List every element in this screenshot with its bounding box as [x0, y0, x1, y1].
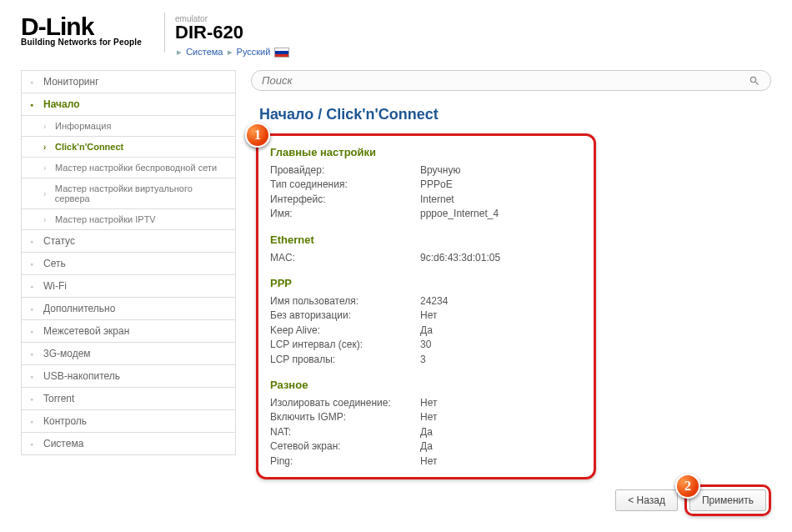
row-label: Тип соединения: — [270, 178, 420, 192]
breadcrumb: Начало / Click'n'Connect — [251, 106, 771, 123]
bullet-icon: ● — [30, 441, 37, 447]
section-title: PPP — [270, 277, 582, 289]
section-misc: Разное Изолировать соединение:НетВключит… — [270, 379, 582, 469]
sidebar-item[interactable]: ●Дополнительно — [21, 298, 236, 320]
system-link[interactable]: Система — [186, 47, 223, 57]
row-value: Нет — [420, 410, 582, 424]
sidebar-item-label: Контроль — [43, 415, 87, 427]
row-label: Keep Alive: — [270, 324, 420, 338]
sidebar-item-label: Информация — [55, 121, 111, 131]
row-value: PPPoE — [420, 178, 582, 192]
sidebar-item-label: USB-накопитель — [43, 370, 120, 382]
sidebar-subitem[interactable]: ›Информация — [21, 116, 236, 137]
header-info: emulator DIR-620 ▸ Система ▸ Русский — [175, 13, 289, 58]
chevron-right-icon: › — [43, 122, 50, 131]
sidebar-item[interactable]: ●Сеть — [21, 253, 236, 275]
row-label: LCP интервал (сек): — [270, 338, 420, 352]
footer-buttons: < Назад 2 Применить — [615, 484, 771, 516]
sidebar-item[interactable]: ●Контроль — [21, 410, 236, 433]
row-value: 24234 — [420, 294, 582, 309]
settings-row: Без авторизации:Нет — [270, 309, 582, 323]
sidebar-subitem[interactable]: ›Мастер настройки виртуального сервера — [21, 178, 236, 209]
section-ethernet: Ethernet MAC:9c:d6:43:3d:01:05 — [270, 233, 582, 265]
settings-row: Включить IGMP:Нет — [270, 410, 582, 424]
sidebar-item[interactable]: ●Wi-Fi — [21, 275, 236, 298]
section-title: Ethernet — [270, 233, 582, 246]
sidebar-item-label: Начало — [43, 98, 79, 110]
sidebar-item-label: Torrent — [43, 393, 74, 404]
search-input[interactable] — [262, 74, 749, 87]
row-value: Internet — [420, 193, 582, 207]
settings-row: NAT:Да — [270, 425, 582, 439]
bullet-icon: ● — [30, 79, 37, 85]
sidebar-item[interactable]: ●Статус — [21, 230, 236, 253]
chevron-right-icon: › — [43, 215, 50, 224]
row-label: Без авторизации: — [270, 309, 420, 323]
sidebar-item[interactable]: ●Начало — [21, 93, 236, 116]
apply-button[interactable]: Применить — [689, 489, 766, 511]
row-label: MAC: — [270, 251, 420, 265]
section-title: Главные настройки — [270, 146, 582, 158]
sidebar-item[interactable]: ●Система — [21, 433, 236, 455]
row-value: Да — [420, 324, 582, 338]
chevron-right-icon: ▸ — [228, 47, 233, 57]
sidebar-item-label: Дополнительно — [43, 303, 115, 314]
sidebar-subitem[interactable]: ›Мастер настройки беспроводной сети — [21, 158, 236, 178]
row-label: NAT: — [270, 425, 420, 439]
sidebar-item[interactable]: ●USB-накопитель — [21, 365, 236, 388]
sidebar-item-label: Click'n'Connect — [55, 142, 123, 152]
sidebar-subitem[interactable]: ›Мастер настройки IPTV — [21, 209, 236, 230]
callout-badge-1: 1 — [245, 123, 270, 148]
settings-row: Изолировать соединение:Нет — [270, 396, 582, 410]
sidebar-item-label: Мониторинг — [43, 76, 99, 88]
bullet-icon: ● — [30, 396, 37, 402]
main-content: Начало / Click'n'Connect 1 Главные настр… — [251, 70, 771, 487]
settings-row: Интерфейс:Internet — [270, 193, 582, 207]
sidebar-item[interactable]: ●Межсетевой экран — [21, 320, 236, 343]
row-value: Нет — [420, 396, 582, 410]
row-label: Изолировать соединение: — [270, 396, 420, 410]
row-value: pppoe_Internet_4 — [420, 207, 582, 221]
settings-row: Keep Alive:Да — [270, 324, 582, 338]
row-label: Имя пользователя: — [270, 294, 420, 309]
row-label: Сетевой экран: — [270, 439, 420, 454]
row-label: Интерфейс: — [270, 193, 420, 207]
row-value: Да — [420, 439, 582, 454]
row-label: Ping: — [270, 454, 420, 469]
row-label: Имя: — [270, 207, 420, 221]
sidebar-item-label: Мастер настройки виртуального сервера — [55, 183, 227, 203]
section-main: Главные настройки Провайдер:ВручнуюТип с… — [270, 146, 582, 222]
row-label: LCP провалы: — [270, 353, 420, 367]
search-box[interactable] — [251, 70, 771, 91]
section-title: Разное — [270, 379, 582, 391]
bullet-icon: ● — [30, 374, 37, 379]
back-button[interactable]: < Назад — [615, 489, 678, 511]
section-ppp: PPP Имя пользователя:24234Без авторизаци… — [270, 277, 582, 367]
bullet-icon: ● — [30, 419, 37, 424]
sidebar-item[interactable]: ●Torrent — [21, 388, 236, 410]
settings-row: MAC:9c:d6:43:3d:01:05 — [270, 251, 582, 265]
bullet-icon: ● — [30, 102, 37, 108]
logo: D-Link Building Networks for People — [21, 13, 154, 47]
language-link[interactable]: Русский — [237, 47, 271, 57]
apply-highlight: 2 Применить — [684, 484, 771, 516]
row-label: Включить IGMP: — [270, 410, 420, 424]
bullet-icon: ● — [30, 261, 37, 267]
settings-row: Тип соединения:PPPoE — [270, 178, 582, 192]
settings-row: Имя:pppoe_Internet_4 — [270, 207, 582, 221]
settings-row: LCP интервал (сек):30 — [270, 338, 582, 352]
sidebar: ●Мониторинг●Начало›Информация›Click'n'Co… — [21, 70, 236, 455]
row-value: 3 — [420, 353, 582, 367]
row-value: Нет — [420, 309, 582, 323]
sidebar-item[interactable]: ●Мониторинг — [21, 70, 236, 93]
bullet-icon: ● — [30, 351, 37, 357]
settings-row: Ping:Нет — [270, 454, 582, 469]
sidebar-item-label: Мастер настройки IPTV — [55, 214, 156, 224]
sidebar-item[interactable]: ●3G-модем — [21, 343, 236, 365]
settings-panel: 1 Главные настройки Провайдер:ВручнуюТип… — [256, 133, 596, 479]
bullet-icon: ● — [30, 238, 37, 244]
model-name: DIR-620 — [175, 22, 289, 43]
sidebar-subitem[interactable]: ›Click'n'Connect — [21, 137, 236, 158]
header: D-Link Building Networks for People emul… — [0, 0, 792, 62]
sidebar-item-label: 3G-модем — [43, 348, 91, 359]
